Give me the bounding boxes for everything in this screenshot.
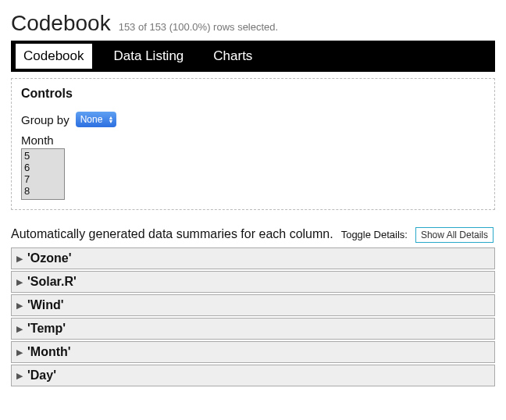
- variable-row-ozone[interactable]: ▶ 'Ozone': [11, 247, 495, 269]
- groupby-label: Group by: [21, 113, 69, 126]
- chevron-updown-icon: ▲▼: [108, 116, 113, 123]
- triangle-right-icon: ▶: [16, 371, 23, 381]
- month-option[interactable]: 8: [24, 185, 62, 197]
- tab-codebook[interactable]: Codebook: [16, 44, 92, 69]
- variable-row-solar-r[interactable]: ▶ 'Solar.R': [11, 271, 495, 293]
- variable-row-wind[interactable]: ▶ 'Wind': [11, 294, 495, 316]
- month-label: Month: [21, 133, 485, 147]
- tabbar: Codebook Data Listing Charts: [11, 41, 495, 72]
- variable-row-temp[interactable]: ▶ 'Temp': [11, 318, 495, 340]
- variable-name: 'Month': [27, 345, 71, 359]
- toggle-details-label: Toggle Details:: [341, 229, 408, 240]
- summary-row: Automatically generated data summaries f…: [11, 227, 495, 243]
- triangle-right-icon: ▶: [16, 301, 23, 311]
- variable-name: 'Day': [27, 368, 56, 383]
- header: Codebook 153 of 153 (100.0%) rows select…: [11, 11, 495, 36]
- groupby-row: Group by None ▲▼: [21, 112, 485, 127]
- triangle-right-icon: ▶: [16, 324, 23, 334]
- variable-name: 'Temp': [27, 322, 66, 336]
- month-option[interactable]: 6: [24, 162, 62, 173]
- triangle-right-icon: ▶: [16, 347, 23, 358]
- variable-name: 'Wind': [27, 298, 64, 312]
- month-option[interactable]: 7: [24, 173, 62, 185]
- triangle-right-icon: ▶: [16, 254, 23, 264]
- variable-name: 'Ozone': [27, 251, 72, 265]
- variable-row-month[interactable]: ▶ 'Month': [11, 341, 495, 363]
- triangle-right-icon: ▶: [16, 277, 23, 287]
- summary-text: Automatically generated data summaries f…: [11, 227, 333, 241]
- groupby-value: None: [80, 114, 103, 125]
- controls-panel: Controls Group by None ▲▼ Month 5 6 7 8: [11, 78, 495, 210]
- variable-name: 'Solar.R': [27, 275, 77, 289]
- groupby-select[interactable]: None ▲▼: [76, 112, 117, 127]
- rows-selected-status: 153 of 153 (100.0%) rows selected.: [119, 21, 279, 33]
- tab-charts[interactable]: Charts: [205, 44, 260, 69]
- variable-list: ▶ 'Ozone' ▶ 'Solar.R' ▶ 'Wind' ▶ 'Temp' …: [11, 247, 495, 386]
- show-all-details-button[interactable]: Show All Details: [415, 227, 494, 243]
- tab-data-listing[interactable]: Data Listing: [106, 44, 192, 69]
- page-title: Codebook: [11, 11, 111, 36]
- month-listbox[interactable]: 5 6 7 8: [21, 148, 65, 200]
- controls-title: Controls: [21, 87, 485, 101]
- month-option[interactable]: 5: [24, 150, 62, 162]
- variable-row-day[interactable]: ▶ 'Day': [11, 365, 495, 386]
